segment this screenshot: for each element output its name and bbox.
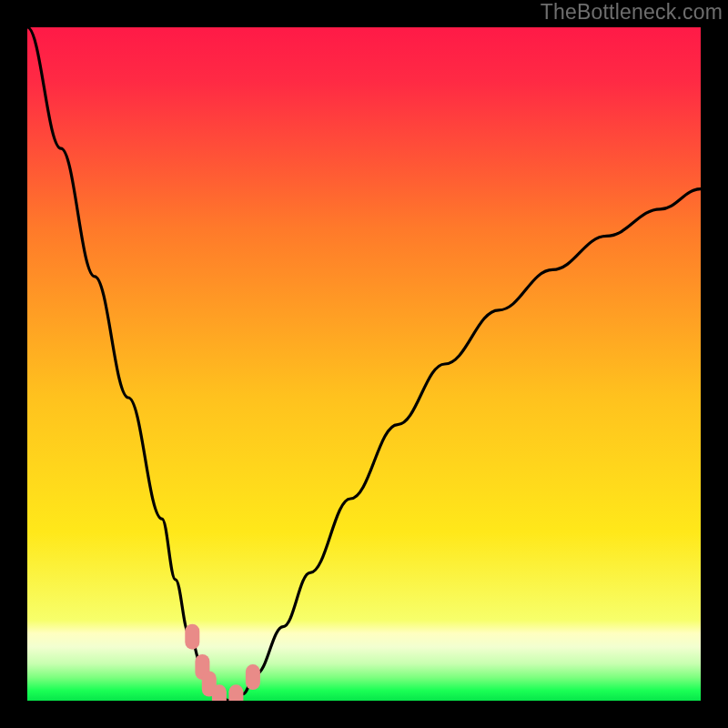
watermark-text: TheBottleneck.com (541, 0, 723, 25)
gradient-background (27, 27, 701, 701)
bottleneck-chart (27, 27, 701, 701)
chart-frame: TheBottleneck.com (0, 0, 728, 728)
curve-marker (228, 684, 243, 701)
curve-marker (212, 684, 227, 701)
curve-marker (246, 664, 260, 690)
curve-marker (185, 624, 199, 650)
